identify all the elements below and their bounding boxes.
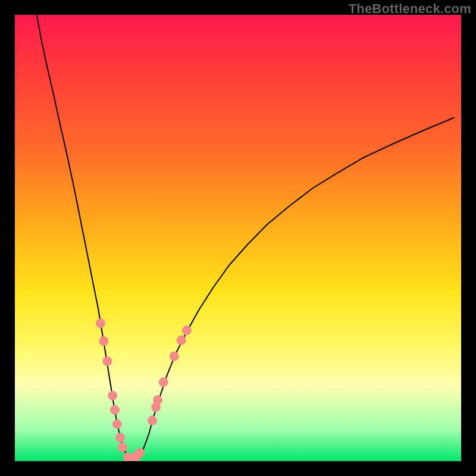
data-points-group xyxy=(96,318,192,461)
chart-overlay-svg xyxy=(15,15,461,461)
data-point xyxy=(96,318,105,328)
data-point xyxy=(110,405,120,415)
data-point xyxy=(170,352,179,361)
data-point xyxy=(108,391,117,400)
curve-left-branch xyxy=(37,15,136,459)
data-point xyxy=(135,448,145,458)
data-point xyxy=(153,395,162,405)
curve-right-branch xyxy=(136,118,455,459)
data-point xyxy=(115,433,125,442)
chart-plot-area xyxy=(15,15,461,461)
data-point xyxy=(118,443,127,452)
chart-frame: TheBottleneck.com xyxy=(0,0,476,476)
data-point xyxy=(99,336,108,346)
data-point xyxy=(159,377,168,387)
data-point xyxy=(102,356,112,366)
watermark-label: TheBottleneck.com xyxy=(349,1,471,17)
data-point xyxy=(177,336,186,345)
data-point xyxy=(182,325,192,335)
data-point xyxy=(148,416,157,425)
data-point xyxy=(112,419,122,429)
